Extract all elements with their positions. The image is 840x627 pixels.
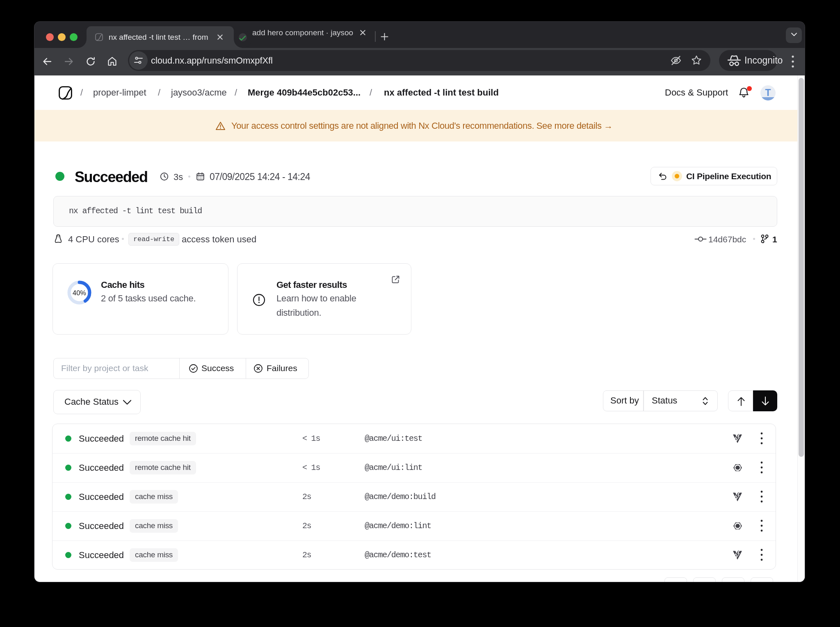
svg-text:40%: 40% [73,289,86,296]
